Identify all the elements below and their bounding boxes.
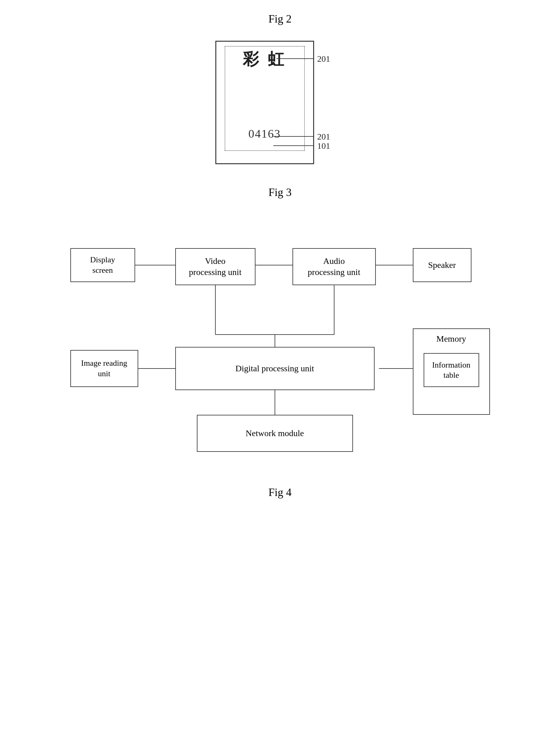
chinese-text: 彩 虹 — [243, 50, 286, 68]
network-module-box: Network module — [197, 415, 353, 452]
fig4-title: Fig 4 — [268, 486, 292, 499]
digital-processing-box: Digital processing unit — [175, 347, 375, 390]
speaker-label: Speaker — [428, 260, 456, 271]
svg-text:201: 201 — [317, 54, 330, 64]
fig3-title: Fig 3 — [268, 186, 292, 199]
network-module-label: Network module — [246, 428, 304, 439]
svg-text:101: 101 — [317, 141, 330, 151]
video-processing-label: Videoprocessing unit — [189, 256, 241, 278]
number-text: 04163 — [248, 127, 281, 140]
memory-label: Memory — [436, 333, 466, 344]
book-outer: 彩 虹 04163 — [215, 41, 314, 164]
diagram-area: Displayscreen Videoprocessing unit Audio… — [64, 233, 496, 473]
memory-box: Memory Informationtable — [413, 328, 490, 415]
audio-processing-box: Audioprocessing unit — [292, 248, 376, 285]
speaker-box: Speaker — [413, 248, 471, 282]
svg-text:201: 201 — [317, 132, 330, 141]
information-table-box: Informationtable — [424, 353, 479, 387]
fig3-section: Fig 3 — [0, 186, 560, 208]
digital-processing-label: Digital processing unit — [235, 363, 314, 374]
fig2-section: Fig 2 彩 虹 04163 201 201 101 — [0, 0, 560, 177]
fig2-title: Fig 2 — [268, 12, 292, 25]
image-reading-box: Image readingunit — [70, 350, 138, 387]
display-screen-label: Displayscreen — [90, 255, 115, 276]
book-dotted: 彩 虹 04163 — [225, 46, 305, 151]
video-processing-box: Videoprocessing unit — [175, 248, 255, 285]
fig4-section: Displayscreen Videoprocessing unit Audio… — [0, 233, 560, 508]
display-screen-box: Displayscreen — [70, 248, 135, 282]
image-reading-label: Image readingunit — [81, 358, 127, 379]
audio-processing-label: Audioprocessing unit — [308, 256, 360, 278]
information-table-label: Informationtable — [432, 360, 470, 381]
